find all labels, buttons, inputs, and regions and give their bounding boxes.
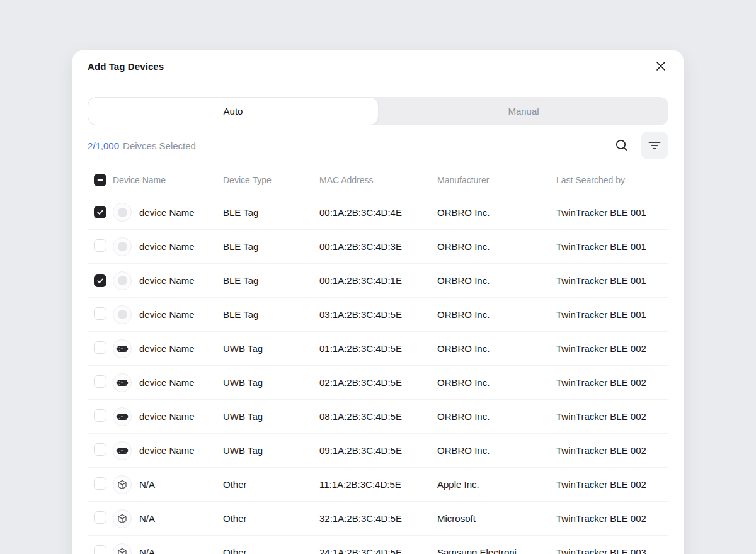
column-header-device-type[interactable]: Device Type [223,175,319,185]
other-cube-icon [113,475,132,494]
modal-header: Add Tag Devices [72,50,684,82]
table-row[interactable]: N/A Other 11:1A:2B:3C:4D:5E Apple Inc. T… [88,467,668,501]
column-header-last-searched[interactable]: Last Searched by [556,175,668,185]
table-row[interactable]: device Name UWB Tag 09:1A:2B:3C:4D:5E OR… [88,433,668,467]
manufacturer: ORBRO Inc. [437,343,549,354]
add-tag-devices-modal: Add Tag Devices Auto Manual 2/1,000Deivc… [72,50,684,554]
manufacturer: ORBRO Inc. [437,309,549,320]
table-row[interactable]: device Name BLE Tag 03:1A:2B:3C:4D:5E OR… [88,297,668,331]
ble-tag-icon [113,203,132,222]
ble-tag-icon [113,305,132,324]
column-header-manufacturer[interactable]: Manufacturer [437,175,556,185]
device-type: UWB Tag [223,445,319,456]
device-name: device Name [139,445,195,456]
row-checkbox[interactable] [94,341,106,354]
device-name: device Name [139,309,195,320]
search-icon [614,138,629,153]
last-searched-by: TwinTracker BLE 001 [556,309,668,320]
filter-icon [648,140,661,150]
device-type: UWB Tag [223,411,319,422]
mac-address: 32:1A:2B:3C:4D:5E [319,513,437,524]
mac-address: 01:1A:2B:3C:4D:5E [319,343,437,354]
row-checkbox[interactable] [94,409,106,422]
last-searched-by: TwinTracker BLE 001 [556,275,668,286]
uwb-tag-icon [113,441,132,460]
device-type: Other [223,479,319,490]
tab-manual[interactable]: Manual [379,97,668,125]
row-checkbox[interactable] [94,477,106,490]
manufacturer: Microsoft [437,513,549,524]
column-header-device-name[interactable]: Device Name [113,175,223,185]
table-row[interactable]: device Name BLE Tag 00:1A:2B:3C:4D:3E OR… [88,229,668,263]
manufacturer: ORBRO Inc. [437,207,549,218]
row-checkbox[interactable] [94,375,106,388]
close-button[interactable] [653,59,668,74]
last-searched-by: TwinTracker BLE 001 [556,207,668,218]
modal-title: Add Tag Devices [88,61,164,72]
manufacturer: Samsung Electroni... [437,547,549,554]
other-cube-icon [113,509,132,528]
selection-label: Deivces Selected [123,140,196,151]
device-type: BLE Tag [223,309,319,320]
select-all-checkbox[interactable] [94,174,106,186]
manufacturer: ORBRO Inc. [437,275,549,286]
table-header: Device Name Device Type MAC Address Manu… [88,165,668,195]
row-checkbox[interactable] [94,545,106,554]
table-row[interactable]: N/A Other 24:1A:2B:3C:4D:5E Samsung Elec… [88,535,668,554]
last-searched-by: TwinTracker BLE 002 [556,513,668,524]
close-icon [655,60,667,72]
table-row[interactable]: N/A Other 32:1A:2B:3C:4D:5E Microsoft Tw… [88,501,668,535]
table-row[interactable]: device Name UWB Tag 01:1A:2B:3C:4D:5E OR… [88,331,668,365]
last-searched-by: TwinTracker BLE 001 [556,241,668,252]
device-name: N/A [139,547,155,554]
row-checkbox[interactable] [94,307,106,320]
mac-address: 24:1A:2B:3C:4D:5E [319,547,437,554]
device-type: BLE Tag [223,207,319,218]
manufacturer: ORBRO Inc. [437,411,549,422]
tab-auto[interactable]: Auto [88,97,379,125]
table-body: device Name BLE Tag 00:1A:2B:3C:4D:4E OR… [88,195,668,554]
device-name: device Name [139,411,195,422]
manufacturer: ORBRO Inc. [437,377,549,388]
row-checkbox[interactable] [94,274,106,287]
mac-address: 09:1A:2B:3C:4D:5E [319,445,437,456]
selection-count: 2/1,000 [88,140,119,151]
selection-toolbar: 2/1,000Deivces Selected [88,131,668,160]
table-row[interactable]: device Name BLE Tag 00:1A:2B:3C:4D:4E OR… [88,195,668,229]
uwb-tag-icon [113,373,132,392]
device-name: device Name [139,275,195,286]
manufacturer: ORBRO Inc. [437,241,549,252]
column-header-mac-address[interactable]: MAC Address [319,175,437,185]
device-type: UWB Tag [223,377,319,388]
row-checkbox[interactable] [94,239,106,252]
device-type: Other [223,513,319,524]
filter-button[interactable] [641,132,668,159]
mac-address: 11:1A:2B:3C:4D:5E [319,479,437,490]
device-name: device Name [139,207,195,218]
device-name: N/A [139,479,155,490]
table-row[interactable]: device Name UWB Tag 08:1A:2B:3C:4D:5E OR… [88,399,668,433]
device-name: device Name [139,343,195,354]
row-checkbox[interactable] [94,206,106,218]
mode-tabs: Auto Manual [88,97,668,125]
mac-address: 00:1A:2B:3C:4D:4E [319,207,437,218]
manufacturer: ORBRO Inc. [437,445,549,456]
mac-address: 00:1A:2B:3C:4D:3E [319,241,437,252]
row-checkbox[interactable] [94,443,106,456]
uwb-tag-icon [113,407,132,426]
search-button[interactable] [612,135,632,155]
ble-tag-icon [113,271,132,290]
row-checkbox[interactable] [94,511,106,524]
modal-body: Auto Manual 2/1,000Deivces Selected [72,97,684,554]
mac-address: 08:1A:2B:3C:4D:5E [319,411,437,422]
device-name: device Name [139,377,195,388]
device-name: device Name [139,241,195,252]
mac-address: 03:1A:2B:3C:4D:5E [319,309,437,320]
device-type: BLE Tag [223,275,319,286]
device-type: Other [223,547,319,554]
table-row[interactable]: device Name UWB Tag 02:1A:2B:3C:4D:5E OR… [88,365,668,399]
ble-tag-icon [113,237,132,256]
table-row[interactable]: device Name BLE Tag 00:1A:2B:3C:4D:1E OR… [88,263,668,297]
last-searched-by: TwinTracker BLE 002 [556,479,668,490]
device-type: UWB Tag [223,343,319,354]
